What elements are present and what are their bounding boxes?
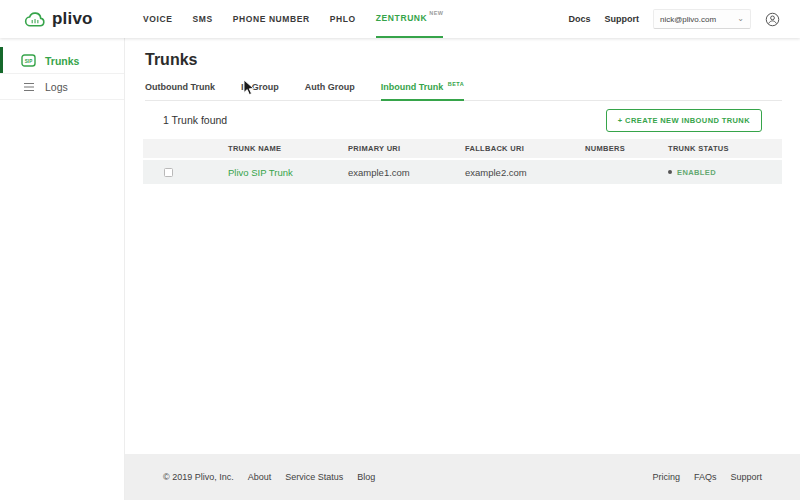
trunk-toolbar: 1 Trunk found + CREATE NEW INBOUND TRUNK	[125, 101, 800, 139]
logs-icon	[21, 82, 36, 92]
tab-inbound-trunk[interactable]: Inbound Trunk BETA	[381, 78, 464, 101]
account-dropdown[interactable]: nick@plivo.com ⌄	[653, 9, 751, 29]
sidebar-item-label: Trunks	[45, 55, 79, 67]
trunk-tabs: Outbound Trunk IP Group Auth Group Inbou…	[145, 78, 782, 101]
footer-right: Pricing FAQs Support	[652, 472, 762, 482]
main-content: Trunks Outbound Trunk IP Group Auth Grou…	[125, 38, 800, 500]
column-trunk-name: TRUNK NAME	[228, 144, 348, 153]
nav-item-zentrunk[interactable]: ZENTRUNK NEW	[376, 0, 444, 38]
status-badge: ENABLED	[677, 168, 716, 177]
row-checkbox[interactable]	[164, 168, 173, 177]
trunk-name-link[interactable]: Plivo SIP Trunk	[228, 167, 293, 178]
create-inbound-trunk-button[interactable]: + CREATE NEW INBOUND TRUNK	[606, 109, 762, 132]
logo-wordmark: plivo	[52, 9, 93, 29]
navbar-right: Docs Support nick@plivo.com ⌄	[568, 0, 780, 38]
chevron-down-icon: ⌄	[737, 15, 744, 23]
column-trunk-status: TRUNK STATUS	[668, 144, 782, 153]
status-dot-icon	[668, 170, 672, 174]
column-numbers: NUMBERS	[585, 144, 668, 153]
empty-area	[125, 184, 800, 454]
column-fallback-uri: FALLBACK URI	[465, 144, 585, 153]
new-badge: NEW	[429, 10, 443, 16]
tab-auth-group[interactable]: Auth Group	[305, 78, 355, 100]
table-header-row: TRUNK NAME PRIMARY URI FALLBACK URI NUMB…	[143, 139, 782, 158]
primary-nav: VOICE SMS PHONE NUMBER PHLO ZENTRUNK NEW	[143, 0, 443, 38]
plivo-cloud-icon	[24, 11, 47, 28]
table-row: Plivo SIP Trunk example1.com example2.co…	[143, 160, 782, 184]
footer-link-about[interactable]: About	[248, 472, 272, 482]
plivo-zentrunk-console: plivo VOICE SMS PHONE NUMBER PHLO ZENTRU…	[0, 0, 800, 500]
primary-uri-value: example1.com	[348, 167, 465, 178]
footer-link-support[interactable]: Support	[730, 472, 762, 482]
nav-item-sms[interactable]: SMS	[192, 0, 212, 38]
footer-link-blog[interactable]: Blog	[357, 472, 375, 482]
tab-outbound-trunk[interactable]: Outbound Trunk	[145, 78, 215, 100]
footer-link-service-status[interactable]: Service Status	[285, 472, 343, 482]
copyright-text: © 2019 Plivo, Inc.	[163, 472, 234, 482]
svg-text:SIP: SIP	[25, 59, 32, 64]
sidebar-item-label: Logs	[45, 81, 68, 93]
footer-link-faqs[interactable]: FAQs	[694, 472, 717, 482]
support-link[interactable]: Support	[605, 14, 640, 24]
sip-trunk-icon: SIP	[21, 54, 36, 67]
tab-ip-group[interactable]: IP Group	[241, 78, 279, 100]
trunk-status: ENABLED	[668, 168, 782, 177]
plivo-logo[interactable]: plivo	[24, 0, 93, 38]
account-email: nick@plivo.com	[660, 15, 716, 24]
beta-badge: BETA	[448, 81, 464, 87]
nav-item-voice[interactable]: VOICE	[143, 0, 172, 38]
footer-link-pricing[interactable]: Pricing	[652, 472, 680, 482]
results-summary: 1 Trunk found	[163, 114, 227, 126]
footer-left: © 2019 Plivo, Inc. About Service Status …	[163, 472, 375, 482]
sidebar-item-logs[interactable]: Logs	[0, 74, 124, 100]
nav-item-phone-number[interactable]: PHONE NUMBER	[233, 0, 310, 38]
sidebar: SIP Trunks Logs	[0, 38, 125, 500]
page-title: Trunks	[145, 51, 800, 69]
sidebar-item-trunks[interactable]: SIP Trunks	[0, 48, 124, 74]
docs-link[interactable]: Docs	[568, 14, 590, 24]
fallback-uri-value: example2.com	[465, 167, 585, 178]
nav-item-phlo[interactable]: PHLO	[330, 0, 356, 38]
footer: © 2019 Plivo, Inc. About Service Status …	[125, 454, 800, 500]
user-avatar-icon[interactable]	[765, 12, 780, 27]
trunks-table: TRUNK NAME PRIMARY URI FALLBACK URI NUMB…	[143, 139, 782, 184]
column-primary-uri: PRIMARY URI	[348, 144, 465, 153]
top-navbar: plivo VOICE SMS PHONE NUMBER PHLO ZENTRU…	[0, 0, 800, 38]
